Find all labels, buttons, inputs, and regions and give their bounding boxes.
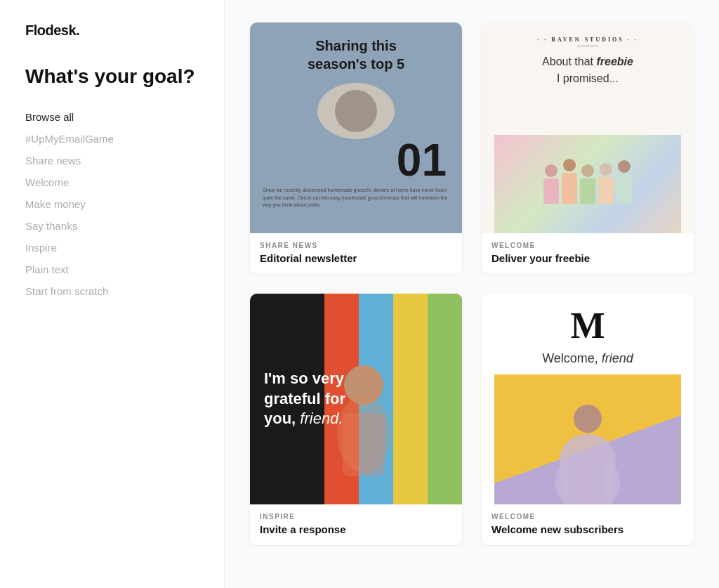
card-4-monogram: M [570,308,605,344]
card-2-freebie-text: About that freebieI promised... [542,53,633,87]
person-5 [616,160,632,204]
sidebar-link-plain-text[interactable]: Plain text [25,261,199,278]
svg-point-3 [574,405,602,433]
person-1-head [545,164,558,177]
person-3-head [581,164,594,177]
people-row [543,159,632,209]
page-title: What's your goal? [25,64,199,89]
food-plate-illustration [317,83,395,139]
card-1-heading: Sharing thisseason's top 5 [308,37,404,73]
card-invite-response[interactable]: I'm so very grateful for you, friend. IN… [250,294,462,545]
card-deliver-freebie[interactable]: · · RAVEN STUDIOS · · About that freebie… [482,22,694,274]
sidebar-link-make-money[interactable]: Make money [25,195,199,213]
sidebar-item-inspire[interactable]: Inspire [25,239,199,256]
card-4-welcome-text: Welcome, friend [542,351,633,366]
sidebar-link-inspire[interactable]: Inspire [25,239,199,256]
person-2-body [562,173,577,204]
person-4 [598,163,614,204]
sidebar-link-share-news[interactable]: Share news [25,152,199,169]
person-2 [562,159,577,204]
card-2-thumbnail: · · RAVEN STUDIOS · · About that freebie… [482,22,694,233]
card-3-thumbnail: I'm so very grateful for you, friend. [250,294,462,504]
person-1-body [543,178,559,204]
card-1-body: Since we recently discovered homemade gn… [263,187,449,209]
person-5-body [616,174,632,204]
card-1-meta: SHARE NEWS Editorial newsletter [250,233,462,274]
sidebar-item-say-thanks[interactable]: Say thanks [25,217,199,235]
card-4-title: Welcome new subscribers [492,523,684,535]
sidebar-item-plain-text[interactable]: Plain text [25,261,199,278]
card-2-title: Deliver your freebie [492,252,684,264]
card-1-category: SHARE NEWS [260,242,452,249]
card-1-thumbnail: Sharing thisseason's top 5 01 Since we r… [250,22,462,233]
card-2-divider [577,46,598,46]
card-2-meta: WELCOME Deliver your freebie [482,233,694,274]
person-2-head [563,159,576,171]
card-1-number: 01 [397,138,447,183]
main-content: Sharing thisseason's top 5 01 Since we r… [225,0,719,588]
person-4-body [598,177,614,204]
nav-list: Browse all#UpMyEmailGameShare newsWelcom… [25,108,199,300]
cards-grid: Sharing thisseason's top 5 01 Since we r… [250,22,694,545]
sidebar-item-up-my-email[interactable]: #UpMyEmailGame [25,130,199,148]
card-editorial-newsletter[interactable]: Sharing thisseason's top 5 01 Since we r… [250,22,462,274]
sidebar-item-share-news[interactable]: Share news [25,152,199,169]
sidebar-link-browse-all[interactable]: Browse all [25,108,199,126]
card-4-thumbnail: M Welcome, friend [482,294,694,504]
card-4-meta: WELCOME Welcome new subscribers [482,504,694,545]
person-3 [580,164,595,204]
sidebar-item-make-money[interactable]: Make money [25,195,199,213]
sidebar: Flodesk. What's your goal? Browse all#Up… [0,0,225,588]
card-1-title: Editorial newsletter [260,252,452,264]
person-3-body [580,178,595,204]
card-3-meta: INSPIRE Invite a response [250,504,462,545]
card-2-category: WELCOME [492,242,684,249]
card-4-photo [494,374,681,504]
card-welcome-subscribers[interactable]: M Welcome, friend WELCOME Welcome new su… [482,294,694,545]
sidebar-link-up-my-email[interactable]: #UpMyEmailGame [25,130,199,148]
sidebar-link-welcome[interactable]: Welcome [25,174,199,191]
sidebar-item-start-from-scratch[interactable]: Start from scratch [25,282,199,300]
sidebar-link-say-thanks[interactable]: Say thanks [25,217,199,235]
person-5-head [618,160,631,173]
card-2-group-photo [494,135,681,233]
app-logo: Flodesk. [25,22,199,39]
person-4-head [600,163,612,176]
welcome-figure-svg [546,399,630,504]
person-1 [543,164,559,204]
card-3-overlay-text: I'm so very grateful for you, friend. [264,369,376,429]
card-4-category: WELCOME [492,513,684,521]
sidebar-item-browse-all[interactable]: Browse all [25,108,199,126]
card-3-title: Invite a response [260,523,452,535]
sidebar-item-welcome[interactable]: Welcome [25,174,199,191]
card-2-studio-arc: · · RAVEN STUDIOS · · [537,37,638,43]
card-3-category: INSPIRE [260,513,452,521]
stripe-green [428,294,462,504]
sidebar-link-start-from-scratch[interactable]: Start from scratch [25,282,199,300]
